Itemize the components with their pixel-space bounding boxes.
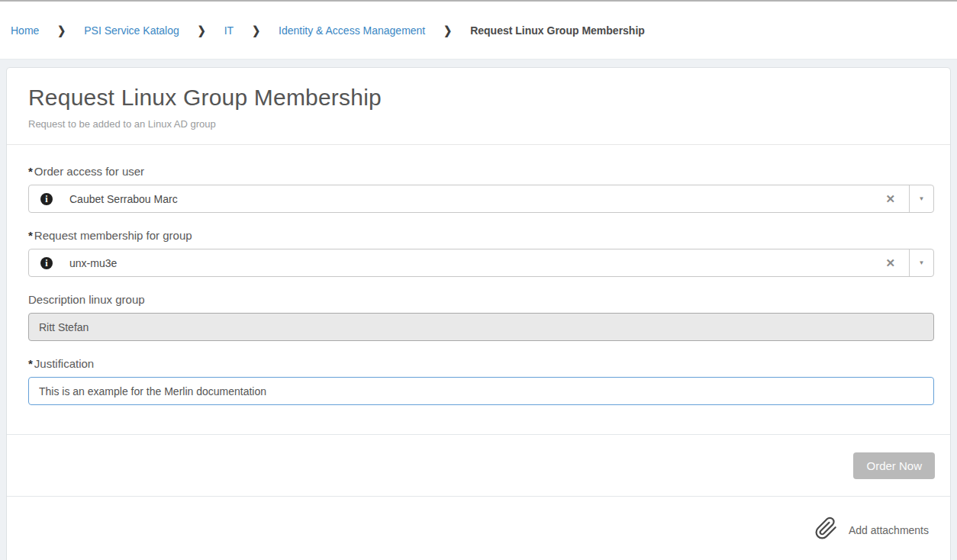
field-label-text: Justification [34, 357, 94, 370]
form-header: Request Linux Group Membership Request t… [7, 68, 950, 145]
chevron-right-icon: ❯ [198, 24, 206, 37]
info-circle-icon: i [40, 257, 53, 269]
user-combobox-value: Caubet Serrabou Marc [69, 193, 872, 205]
breadcrumb-bar: Home ❯ PSI Service Katalog ❯ IT ❯ Identi… [0, 0, 957, 60]
field-label: Description linux group [28, 293, 934, 306]
breadcrumb-identity-access-management[interactable]: Identity & Access Management [279, 24, 425, 37]
paperclip-icon[interactable] [814, 517, 838, 543]
page-title: Request Linux Group Membership [28, 85, 929, 111]
required-marker: * [28, 165, 33, 178]
form-body: *Order access for user i Caubet Serrabou… [7, 145, 950, 434]
attachments-section: Add attachments [7, 496, 950, 560]
breadcrumb-home[interactable]: Home [11, 24, 39, 37]
user-combobox[interactable]: i Caubet Serrabou Marc ✕ ▼ [28, 185, 934, 213]
group-combobox-value: unx-mu3e [69, 257, 872, 269]
field-justification: *Justification [28, 357, 934, 405]
field-label-text: Description linux group [28, 293, 145, 306]
chevron-right-icon: ❯ [443, 24, 452, 37]
group-combobox[interactable]: i unx-mu3e ✕ ▼ [28, 249, 934, 277]
field-label: *Request membership for group [28, 229, 934, 242]
field-label: *Order access for user [28, 165, 934, 178]
clear-icon[interactable]: ✕ [872, 193, 909, 204]
field-label-text: Request membership for group [34, 229, 192, 242]
description-linux-group-field [28, 313, 934, 341]
justification-field[interactable] [28, 377, 934, 405]
field-label: *Justification [28, 357, 934, 370]
user-combobox-dropdown-button[interactable]: ▼ [909, 185, 933, 212]
field-order-access-for-user: *Order access for user i Caubet Serrabou… [28, 165, 934, 213]
field-label-text: Order access for user [34, 165, 144, 178]
breadcrumb: Home ❯ PSI Service Katalog ❯ IT ❯ Identi… [11, 24, 645, 37]
required-marker: * [28, 229, 33, 242]
breadcrumb-psi-service-katalog[interactable]: PSI Service Katalog [84, 24, 179, 37]
chevron-right-icon: ❯ [57, 24, 66, 37]
chevron-right-icon: ❯ [252, 24, 260, 37]
required-marker: * [28, 357, 33, 370]
breadcrumb-current-page: Request Linux Group Membership [470, 24, 645, 37]
field-description-linux-group: Description linux group [28, 293, 934, 341]
clear-icon[interactable]: ✕ [872, 257, 909, 269]
caret-down-icon: ▼ [919, 259, 925, 266]
info-circle-icon: i [40, 193, 53, 205]
form-actions: Order Now [7, 434, 950, 496]
field-request-membership-for-group: *Request membership for group i unx-mu3e… [28, 229, 934, 277]
page-subtitle: Request to be added to an Linux AD group [28, 118, 929, 130]
order-now-button[interactable]: Order Now [853, 452, 935, 479]
caret-down-icon: ▼ [919, 195, 925, 202]
add-attachments-link[interactable]: Add attachments [849, 524, 929, 536]
request-form-card: Request Linux Group Membership Request t… [6, 67, 951, 560]
breadcrumb-it[interactable]: IT [224, 24, 234, 37]
group-combobox-dropdown-button[interactable]: ▼ [909, 249, 933, 276]
